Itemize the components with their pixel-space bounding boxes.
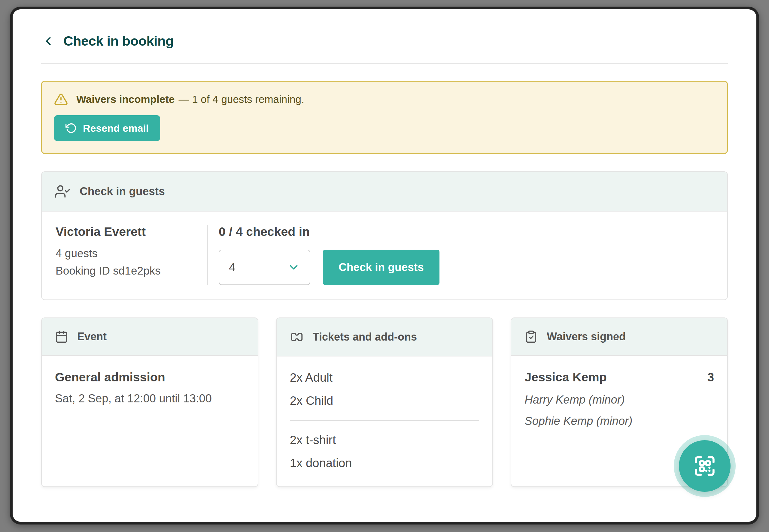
checkin-action-row: 4 Check in guests	[219, 250, 439, 285]
tickets-card: Tickets and add-ons 2x Adult 2x Child 2x…	[276, 317, 493, 487]
alert-triangle-icon	[54, 92, 68, 106]
warning-row: Waivers incomplete — 1 of 4 guests remai…	[54, 92, 715, 106]
waivers-card-title: Waivers signed	[547, 330, 626, 343]
chevron-down-icon	[288, 261, 300, 274]
waivers-card-header: Waivers signed	[511, 318, 727, 356]
vertical-divider	[207, 225, 208, 285]
rotate-ccw-icon	[65, 122, 77, 134]
guest-count: 4 guests	[56, 247, 195, 260]
booking-id: Booking ID sd1e2pks	[56, 265, 195, 277]
warning-message: — 1 of 4 guests remaining.	[178, 93, 304, 105]
app-window: Check in booking Waivers incomplete — 1 …	[10, 7, 759, 524]
checked-in-progress: 0 / 4 checked in	[219, 225, 439, 239]
guest-info: Victoria Everett 4 guests Booking ID sd1…	[56, 225, 195, 285]
waiver-minor: Harry Kemp (minor)	[524, 393, 714, 406]
checkin-section-title: Check in guests	[80, 185, 165, 198]
chevron-left-icon	[42, 35, 55, 48]
event-datetime: Sat, 2 Sep, at 12:00 until 13:00	[55, 392, 245, 405]
event-name: General admission	[55, 370, 245, 384]
guest-name: Victoria Everett	[56, 225, 195, 239]
addon-item: 1x donation	[290, 456, 479, 470]
header-divider	[41, 63, 728, 64]
addon-item: 2x t-shirt	[290, 433, 479, 447]
page-title: Check in booking	[63, 33, 173, 49]
waiver-primary-name: Jessica Kemp	[524, 370, 607, 384]
guest-count-select-value: 4	[229, 261, 236, 274]
tickets-card-body: 2x Adult 2x Child 2x t-shirt 1x donation	[277, 356, 493, 486]
event-card: Event General admission Sat, 2 Sep, at 1…	[41, 317, 258, 487]
clipboard-check-icon	[524, 330, 538, 343]
checkin-actions: 0 / 4 checked in 4 Check in guests	[219, 225, 439, 285]
waivers-warning-banner: Waivers incomplete — 1 of 4 guests remai…	[41, 81, 728, 154]
warning-text: Waivers incomplete — 1 of 4 guests remai…	[76, 93, 304, 105]
user-check-icon	[55, 184, 70, 199]
scan-qr-button[interactable]	[679, 440, 731, 492]
check-in-guests-button[interactable]: Check in guests	[323, 250, 439, 285]
warning-title: Waivers incomplete	[76, 93, 174, 105]
waiver-primary-row: Jessica Kemp 3	[524, 370, 714, 384]
resend-email-label: Resend email	[83, 122, 149, 134]
back-button[interactable]	[41, 34, 56, 48]
checkin-panel: Check in guests Victoria Everett 4 guest…	[41, 171, 728, 300]
event-card-title: Event	[77, 330, 107, 343]
addons-divider	[290, 420, 479, 421]
event-card-header: Event	[42, 318, 258, 356]
check-in-guests-label: Check in guests	[339, 261, 424, 274]
ticket-item: 2x Child	[290, 394, 479, 407]
ticket-icon	[290, 330, 304, 344]
checkin-panel-header: Check in guests	[42, 172, 727, 212]
tickets-card-header: Tickets and add-ons	[277, 318, 493, 356]
resend-email-button[interactable]: Resend email	[54, 115, 160, 141]
event-card-body: General admission Sat, 2 Sep, at 12:00 u…	[42, 356, 258, 486]
qr-scan-icon	[693, 454, 716, 478]
checkin-panel-body: Victoria Everett 4 guests Booking ID sd1…	[42, 212, 727, 299]
guest-count-select[interactable]: 4	[219, 250, 310, 285]
ticket-item: 2x Adult	[290, 371, 479, 384]
calendar-icon	[55, 330, 68, 343]
waiver-count: 3	[707, 371, 714, 384]
page-header: Check in booking	[41, 33, 728, 49]
tickets-card-title: Tickets and add-ons	[313, 331, 417, 343]
summary-cards-row: Event General admission Sat, 2 Sep, at 1…	[41, 317, 728, 487]
page-content: Check in booking Waivers incomplete — 1 …	[13, 9, 756, 522]
waiver-minor: Sophie Kemp (minor)	[524, 415, 714, 428]
